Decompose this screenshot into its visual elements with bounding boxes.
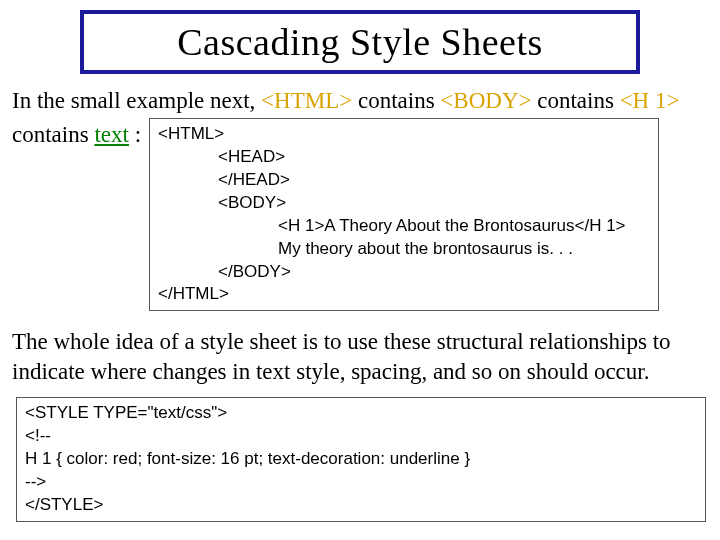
page-title: Cascading Style Sheets: [94, 20, 626, 64]
tag-body: <BODY>: [440, 88, 531, 113]
intro-text: contains: [12, 122, 94, 147]
code-line: <STYLE TYPE="text/css">: [25, 402, 697, 425]
tag-h1: <H 1>: [620, 88, 680, 113]
code-line: -->: [25, 471, 697, 494]
intro-line-2: contains text :: [12, 118, 141, 150]
intro-text: contains: [352, 88, 440, 113]
code-line: <HEAD>: [158, 146, 650, 169]
code-line: </BODY>: [158, 261, 650, 284]
code-line: </STYLE>: [25, 494, 697, 517]
code-line: <HTML>: [158, 123, 650, 146]
code-line: H 1 { color: red; font-size: 16 pt; text…: [25, 448, 697, 471]
code-example-html: <HTML> <HEAD> </HEAD> <BODY> <H 1>A Theo…: [149, 118, 659, 312]
intro-line-2-row: contains text : <HTML> <HEAD> </HEAD> <B…: [12, 118, 708, 322]
intro-text: contains: [531, 88, 619, 113]
code-example-style: <STYLE TYPE="text/css"> <!-- H 1 { color…: [16, 397, 706, 522]
title-box: Cascading Style Sheets: [80, 10, 640, 74]
code-line: </HTML>: [158, 283, 650, 306]
code-line: My theory about the brontosaurus is. . .: [158, 238, 650, 261]
intro-text: In the small example next,: [12, 88, 261, 113]
keyword-text: text: [94, 122, 129, 147]
code-line: <BODY>: [158, 192, 650, 215]
code-line: </HEAD>: [158, 169, 650, 192]
code-line: <H 1>A Theory About the Brontosaurus</H …: [158, 215, 650, 238]
code-line: <!--: [25, 425, 697, 448]
tag-html: <HTML>: [261, 88, 352, 113]
intro-text: :: [129, 122, 141, 147]
body-paragraph: The whole idea of a style sheet is to us…: [12, 327, 708, 387]
intro-line-1: In the small example next, <HTML> contai…: [12, 86, 708, 116]
